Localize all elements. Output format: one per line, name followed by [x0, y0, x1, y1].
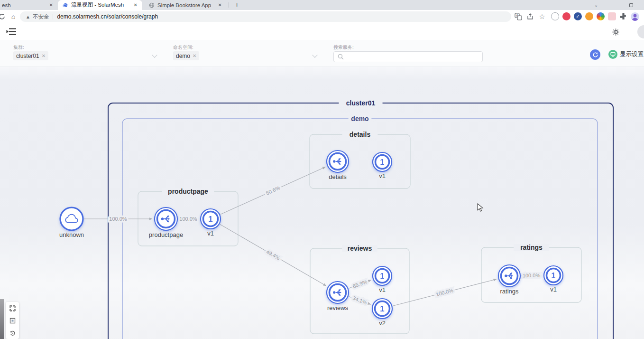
edge-label: 50.6% [265, 185, 281, 196]
fullscreen-button[interactable] [6, 302, 19, 314]
cluster-select-chevron-icon[interactable] [152, 52, 157, 57]
graph-node-productpage-svc[interactable] [155, 207, 177, 230]
tab-close-icon[interactable]: ✕ [131, 2, 140, 8]
user-avatar[interactable] [637, 25, 644, 38]
tab-strip: esh ✕ 流量视图 - SolarMesh ✕ Simple Bookstor… [0, 0, 644, 10]
edge-label: 34.1% [352, 295, 368, 305]
group-details [310, 134, 410, 188]
graph-node-reviews-v1[interactable]: 1 [373, 266, 392, 285]
box-label: cluster01 [346, 99, 376, 107]
graph-node-details-v1[interactable]: 1 [373, 152, 392, 171]
box-label: ratings [520, 244, 543, 251]
filter-bar: 集群: cluster01 ✕ 命名空间: demo ✕ 搜索服务: [0, 40, 644, 66]
globe-favicon [149, 2, 155, 8]
avatar-figure [631, 12, 639, 21]
namespace-tag-remove-icon[interactable]: ✕ [193, 53, 196, 58]
url-field[interactable]: ▲ 不安全 demo.solarmesh.cn/solar/console/gr… [20, 11, 511, 22]
tab-traffic-view[interactable]: 流量视图 - SolarMesh ✕ [58, 0, 142, 10]
tab-bookstore[interactable]: Simple Bookstore App ✕ [144, 0, 227, 10]
node-label-details-svc: details [329, 173, 347, 180]
container-demo [122, 119, 598, 339]
search-icon [338, 54, 344, 60]
graph-node-ratings-svc[interactable] [498, 265, 520, 287]
box-label: details [350, 131, 371, 138]
tab-close-icon[interactable]: ✕ [215, 2, 225, 8]
reset-view-button[interactable] [6, 327, 19, 339]
refresh-button[interactable] [590, 49, 600, 60]
cluster-tag-remove-icon[interactable]: ✕ [42, 53, 46, 58]
traffic-graph-canvas[interactable]: cluster01demodetailsproductpagereviewsra… [0, 66, 644, 339]
security-label[interactable]: 不安全 [33, 13, 49, 20]
workload-replica-count: 1 [552, 272, 556, 280]
node-label-reviews-v2: v2 [379, 320, 386, 327]
home-icon[interactable]: ⌂ [9, 13, 17, 20]
workload-replica-count: 1 [380, 272, 385, 280]
window-restore-button[interactable] [625, 0, 637, 10]
graph-toolbar [6, 302, 19, 339]
extension-icon-2[interactable] [562, 12, 570, 20]
reload-icon[interactable] [0, 13, 6, 20]
graph-node-details-svc[interactable] [327, 151, 349, 172]
extension-icon-5[interactable] [597, 12, 605, 20]
display-settings-button[interactable]: 显示设置 [608, 50, 644, 59]
graph-node-ratings-v1[interactable]: 1 [544, 266, 563, 285]
monitor-icon [608, 50, 617, 59]
app-header [0, 23, 644, 40]
edge-label: 100.0% [179, 216, 197, 222]
graph-node-unknown[interactable] [60, 207, 83, 230]
edge-label: 100.0% [109, 216, 127, 222]
new-tab-button[interactable]: + [232, 0, 241, 9]
node-label-unknown: unknown [59, 231, 84, 238]
namespace-filter-label: 命名空间: [173, 44, 193, 51]
gear-icon[interactable] [612, 28, 619, 36]
solarmesh-favicon [63, 2, 68, 8]
window-minimize-button[interactable] [608, 0, 620, 10]
traffic-graph[interactable]: cluster01demodetailsproductpagereviewsra… [0, 66, 644, 339]
extension-icon-4[interactable] [585, 12, 593, 20]
screen-edge-artifact [0, 299, 4, 339]
menu-unfold-icon[interactable] [6, 28, 17, 36]
extension-icon-1[interactable] [551, 12, 559, 20]
share-icon[interactable] [526, 13, 534, 20]
tab-title: 流量视图 - SolarMesh [71, 1, 124, 9]
tab-search-chevron-icon[interactable]: ⌄ [590, 0, 602, 10]
box-label: reviews [348, 245, 372, 252]
cluster-tag-value: cluster01 [16, 53, 39, 59]
namespace-select-chevron-icon[interactable] [312, 52, 317, 57]
graph-node-reviews-v2[interactable]: 1 [372, 299, 392, 319]
bookmark-star-icon[interactable]: ☆ [538, 13, 546, 20]
refresh-icon [592, 52, 598, 58]
tab-title: Simple Bookstore App [157, 2, 211, 8]
profile-avatar[interactable] [631, 12, 639, 21]
graph-node-reviews-svc[interactable] [327, 282, 349, 303]
node-label-ratings-v1: v1 [550, 286, 557, 293]
node-label-ratings-svc: ratings [500, 288, 519, 295]
box-label: demo [351, 115, 368, 122]
edge-label: 65.9% [352, 279, 368, 289]
edge-label: 49.4% [266, 249, 281, 261]
edge-label: 100.0% [435, 287, 454, 297]
search-box [333, 51, 483, 62]
translate-icon[interactable]: A [515, 13, 522, 20]
node-label-reviews-svc: reviews [327, 304, 349, 311]
search-input[interactable] [347, 54, 478, 60]
node-label-productpage-v1: v1 [207, 230, 214, 237]
tab-divider [229, 2, 229, 8]
workload-replica-count: 1 [380, 158, 385, 166]
namespace-tag[interactable]: demo ✕ [173, 51, 199, 60]
fit-view-button[interactable] [6, 314, 19, 327]
box-label: productpage [168, 188, 208, 195]
cluster-tag[interactable]: cluster01 ✕ [13, 51, 48, 60]
extensions-puzzle-icon[interactable] [619, 12, 627, 20]
extension-icon-6[interactable] [608, 12, 616, 20]
tab-solarmesh-partial[interactable]: esh ✕ [0, 0, 56, 10]
extension-icon-3[interactable]: ✓ [574, 12, 582, 20]
display-settings-label: 显示设置 [620, 50, 644, 58]
cluster-filter-label: 集群: [13, 44, 24, 51]
browser-window: esh ✕ 流量视图 - SolarMesh ✕ Simple Bookstor… [0, 0, 644, 339]
mouse-cursor [477, 203, 484, 213]
graph-node-productpage-v1[interactable]: 1 [201, 209, 221, 229]
url-text[interactable]: demo.solarmesh.cn/solar/console/graph [57, 13, 158, 20]
node-label-details-v1: v1 [379, 172, 386, 179]
tab-close-icon[interactable]: ✕ [46, 2, 56, 8]
